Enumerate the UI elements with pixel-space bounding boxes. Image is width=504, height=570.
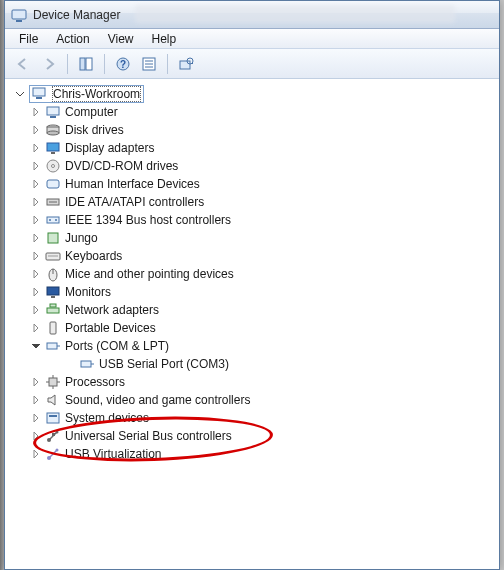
category-label: IDE ATA/ATAPI controllers bbox=[65, 195, 204, 209]
svg-point-19 bbox=[47, 131, 59, 135]
spacer bbox=[65, 359, 75, 369]
root-label: Chris-Workroom bbox=[52, 86, 141, 102]
help-button[interactable]: ? bbox=[111, 52, 135, 76]
device-tree: Chris-Workroom ComputerDisk drivesDispla… bbox=[5, 79, 499, 469]
monitor-icon bbox=[45, 284, 61, 300]
tree-category[interactable]: Human Interface Devices bbox=[31, 175, 495, 193]
tree-category[interactable]: Display adapters bbox=[31, 139, 495, 157]
scan-hardware-button[interactable] bbox=[174, 52, 198, 76]
svg-rect-13 bbox=[33, 88, 45, 96]
expand-icon[interactable] bbox=[31, 125, 41, 135]
titlebar[interactable]: Device Manager bbox=[5, 1, 499, 29]
expand-icon[interactable] bbox=[31, 413, 41, 423]
category-label: Disk drives bbox=[65, 123, 124, 137]
svg-point-28 bbox=[49, 219, 51, 221]
svg-rect-1 bbox=[16, 20, 22, 22]
port-icon bbox=[45, 338, 61, 354]
expand-icon[interactable] bbox=[31, 323, 41, 333]
svg-line-12 bbox=[192, 63, 193, 64]
tree-category[interactable]: Sound, video and game controllers bbox=[31, 391, 495, 409]
expand-icon[interactable] bbox=[31, 233, 41, 243]
tree-category[interactable]: Keyboards bbox=[31, 247, 495, 265]
tree-category[interactable]: USB Virtualization bbox=[31, 445, 495, 463]
collapse-icon[interactable] bbox=[15, 89, 25, 99]
tree-category[interactable]: Disk drives bbox=[31, 121, 495, 139]
svg-rect-50 bbox=[49, 415, 57, 417]
menu-action[interactable]: Action bbox=[48, 30, 97, 48]
svg-rect-54 bbox=[52, 433, 55, 436]
properties-button[interactable] bbox=[137, 52, 161, 76]
expand-icon[interactable] bbox=[31, 305, 41, 315]
usb-icon bbox=[45, 428, 61, 444]
expand-icon[interactable] bbox=[31, 251, 41, 261]
disk-icon bbox=[45, 122, 61, 138]
svg-rect-37 bbox=[47, 308, 59, 313]
forward-button bbox=[37, 52, 61, 76]
category-label: Network adapters bbox=[65, 303, 159, 317]
category-label: Processors bbox=[65, 375, 125, 389]
dvd-icon bbox=[45, 158, 61, 174]
tree-category[interactable]: IDE ATA/ATAPI controllers bbox=[31, 193, 495, 211]
expand-icon[interactable] bbox=[31, 161, 41, 171]
tree-category[interactable]: System devices bbox=[31, 409, 495, 427]
expand-icon[interactable] bbox=[31, 107, 41, 117]
expand-icon[interactable] bbox=[31, 197, 41, 207]
port-icon bbox=[79, 356, 95, 372]
svg-rect-15 bbox=[47, 107, 59, 115]
svg-rect-0 bbox=[12, 10, 26, 19]
tree-category[interactable]: DVD/CD-ROM drives bbox=[31, 157, 495, 175]
category-label: Sound, video and game controllers bbox=[65, 393, 250, 407]
category-label: Monitors bbox=[65, 285, 111, 299]
menubar: File Action View Help bbox=[5, 29, 499, 49]
mouse-icon bbox=[45, 266, 61, 282]
toolbar-separator bbox=[167, 54, 168, 74]
cpu-icon bbox=[45, 374, 61, 390]
expand-icon[interactable] bbox=[31, 377, 41, 387]
category-label: Mice and other pointing devices bbox=[65, 267, 234, 281]
svg-point-29 bbox=[55, 219, 57, 221]
tree-category[interactable]: IEEE 1394 Bus host controllers bbox=[31, 211, 495, 229]
show-hide-tree-button[interactable] bbox=[74, 52, 98, 76]
category-label: Human Interface Devices bbox=[65, 177, 200, 191]
expand-icon[interactable] bbox=[31, 395, 41, 405]
category-label: System devices bbox=[65, 411, 149, 425]
category-label: Computer bbox=[65, 105, 118, 119]
menu-help[interactable]: Help bbox=[144, 30, 185, 48]
tree-category[interactable]: Processors bbox=[31, 373, 495, 391]
expand-icon[interactable] bbox=[31, 215, 41, 225]
device-manager-window: Device Manager File Action View Help ? bbox=[4, 0, 500, 570]
category-label: Keyboards bbox=[65, 249, 122, 263]
expand-icon[interactable] bbox=[31, 431, 41, 441]
hid-icon bbox=[45, 176, 61, 192]
device-label: USB Serial Port (COM3) bbox=[99, 357, 229, 371]
expand-icon[interactable] bbox=[31, 269, 41, 279]
category-label: Jungo bbox=[65, 231, 98, 245]
tree-root[interactable]: Chris-Workroom bbox=[13, 85, 495, 103]
menu-file[interactable]: File bbox=[11, 30, 46, 48]
tree-category[interactable]: Computer bbox=[31, 103, 495, 121]
tree-category[interactable]: Ports (COM & LPT) bbox=[31, 337, 495, 355]
app-icon bbox=[11, 7, 27, 23]
tree-category[interactable]: Network adapters bbox=[31, 301, 495, 319]
usbv-icon bbox=[45, 446, 61, 462]
expand-icon[interactable] bbox=[31, 449, 41, 459]
expand-icon[interactable] bbox=[31, 179, 41, 189]
expand-icon[interactable] bbox=[31, 287, 41, 297]
svg-rect-16 bbox=[50, 116, 56, 118]
tree-pane[interactable]: Chris-Workroom ComputerDisk drivesDispla… bbox=[5, 79, 499, 569]
expand-icon[interactable] bbox=[31, 143, 41, 153]
tree-category[interactable]: Portable Devices bbox=[31, 319, 495, 337]
tree-category[interactable]: Jungo bbox=[31, 229, 495, 247]
svg-rect-20 bbox=[47, 143, 59, 151]
toolbar-separator bbox=[104, 54, 105, 74]
svg-point-23 bbox=[52, 165, 55, 168]
tree-category[interactable]: Mice and other pointing devices bbox=[31, 265, 495, 283]
tree-category[interactable]: Universal Serial Bus controllers bbox=[31, 427, 495, 445]
svg-rect-24 bbox=[47, 180, 59, 188]
collapse-icon[interactable] bbox=[31, 341, 41, 351]
tree-category[interactable]: Monitors bbox=[31, 283, 495, 301]
category-label: Portable Devices bbox=[65, 321, 156, 335]
keyboard-icon bbox=[45, 248, 61, 264]
tree-device[interactable]: USB Serial Port (COM3) bbox=[31, 355, 495, 373]
menu-view[interactable]: View bbox=[100, 30, 142, 48]
